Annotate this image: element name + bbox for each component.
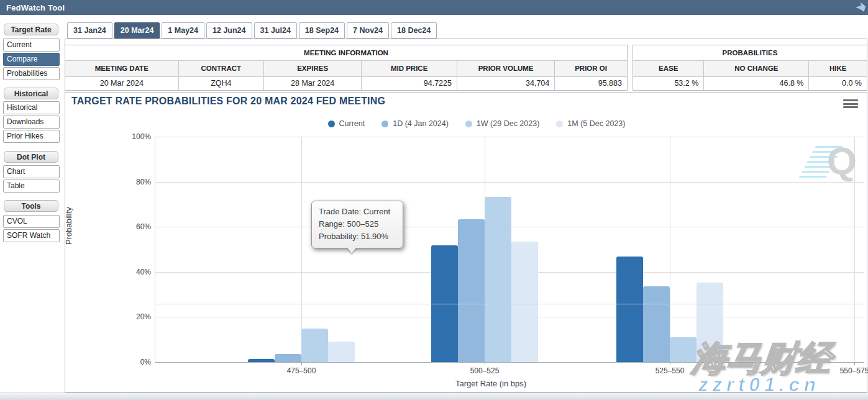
sidebar-item-chart[interactable]: Chart	[3, 165, 60, 178]
meeting-info-value-cell: 20 Mar 2024	[65, 77, 179, 90]
tooltip-trade-date: Trade Date: Current	[319, 206, 396, 218]
bar-1m-5-dec-2023-500-525[interactable]	[511, 242, 538, 362]
tab-31-jul24[interactable]: 31 Jul24	[254, 22, 297, 39]
tab-20-mar24[interactable]: 20 Mar24	[114, 22, 160, 39]
bar-1d-4-jan-2024-525-550[interactable]	[643, 286, 670, 362]
meeting-info-value-cell: 34,704	[457, 77, 555, 90]
legend-label: 1W (29 Dec 2023)	[477, 119, 539, 128]
probabilities-title: PROBABILITIES	[633, 45, 867, 61]
meeting-info-header-cell: MEETING DATE	[65, 61, 179, 76]
bar-current-525-550[interactable]	[616, 257, 643, 362]
x-tick	[485, 362, 485, 365]
fedwatch-app: FedWatch Tool Target Rate Current Compar…	[0, 0, 868, 400]
legend-dot	[328, 120, 335, 127]
probabilities-value-cell: 53.2 %	[633, 77, 704, 90]
y-tick-label: 100%	[126, 132, 151, 141]
sidebar-header-historical[interactable]: Historical	[4, 88, 58, 99]
chart-menu-icon[interactable]	[843, 99, 858, 110]
y-tick-label: 20%	[126, 312, 151, 321]
tab-1-may24[interactable]: 1 May24	[162, 22, 204, 39]
x-tick	[670, 362, 670, 365]
legend-item-current[interactable]: Current	[328, 119, 365, 128]
x-tick-label: 475–500	[273, 366, 329, 375]
chart-legend: Current1D (4 Jan 2024)1W (29 Dec 2023)1M…	[65, 119, 867, 128]
meeting-info-value-row: 20 Mar 2024ZQH428 Mar 202494.722534,7049…	[65, 77, 627, 90]
meeting-info-header-row: MEETING DATECONTRACTEXPIRESMID PRICEPRIO…	[65, 61, 627, 77]
probabilities-value-row: 53.2 %46.8 %0.0 %	[633, 77, 867, 90]
legend-dot	[381, 120, 388, 127]
meeting-info-header-cell: EXPIRES	[264, 61, 362, 76]
chart-tooltip: Trade Date: Current Range: 500–525 Proba…	[311, 201, 403, 248]
sidebar-header-target-rate[interactable]: Target Rate	[4, 24, 58, 35]
y-tick-label: 60%	[126, 222, 151, 231]
h-gridline	[155, 182, 864, 183]
y-tick-label: 0%	[126, 358, 151, 366]
probabilities-value-cell: 0.0 %	[809, 77, 866, 90]
sidebar-header-dot-plot[interactable]: Dot Plot	[4, 151, 58, 163]
bird-icon[interactable]	[856, 2, 866, 12]
legend-item-1w-29-dec-2023[interactable]: 1W (29 Dec 2023)	[465, 119, 539, 128]
bar-1w-29-dec-2023-500-525[interactable]	[485, 197, 511, 362]
sidebar-header-tools[interactable]: Tools	[4, 200, 58, 212]
y-tick-label: 80%	[126, 178, 151, 186]
probabilities-header-cell: HIKE	[809, 61, 866, 76]
meeting-tabs: 31 Jan2420 Mar241 May2412 Jun2431 Jul241…	[67, 22, 437, 39]
crosshair-line	[155, 304, 864, 304]
tab-18-dec24[interactable]: 18 Dec24	[391, 22, 437, 39]
sidebar-item-sofr-watch[interactable]: SOFR Watch	[3, 229, 60, 242]
sidebar-item-downloads[interactable]: Downloads	[3, 116, 60, 129]
app-title: FedWatch Tool	[6, 3, 65, 12]
legend-label: 1M (5 Dec 2023)	[567, 119, 625, 128]
x-tick	[301, 362, 302, 365]
probabilities-value-cell: 46.8 %	[704, 77, 809, 90]
legend-dot	[556, 120, 563, 127]
meeting-info-value-cell: ZQH4	[179, 77, 264, 90]
bar-1d-4-jan-2024-500-525[interactable]	[458, 219, 485, 362]
tab-31-jan24[interactable]: 31 Jan24	[67, 22, 112, 39]
bar-1d-4-jan-2024-475-500[interactable]	[275, 354, 301, 362]
h-gridline	[155, 137, 864, 137]
legend-label: Current	[339, 119, 365, 128]
meeting-info-header-cell: CONTRACT	[179, 61, 264, 76]
probabilities-header-cell: NO CHANGE	[704, 61, 809, 76]
sidebar-item-table[interactable]: Table	[3, 180, 60, 193]
sidebar-item-current[interactable]: Current	[3, 39, 60, 52]
probabilities-header-cell: EASE	[633, 61, 704, 76]
x-axis-title: Target Rate (in bps)	[398, 379, 584, 388]
watermark-url: zzrt01.cn	[698, 374, 820, 396]
v-gridline	[670, 137, 670, 362]
x-tick-label: 500–525	[457, 366, 513, 375]
chart-title: TARGET RATE PROBABILITIES FOR 20 MAR 202…	[71, 96, 385, 107]
x-tick-label: 525–550	[642, 366, 698, 375]
meeting-info-value-cell: 28 Mar 2024	[264, 77, 362, 90]
meeting-info-value-cell: 95,883	[555, 77, 627, 90]
meeting-info-header-cell: PRIOR OI	[555, 61, 627, 76]
y-axis-line	[155, 137, 155, 362]
titlebar: FedWatch Tool	[0, 0, 868, 15]
tab-7-nov24[interactable]: 7 Nov24	[347, 22, 389, 39]
legend-item-1d-4-jan-2024[interactable]: 1D (4 Jan 2024)	[381, 119, 449, 128]
legend-item-1m-5-dec-2023[interactable]: 1M (5 Dec 2023)	[556, 119, 625, 128]
tab-12-jun24[interactable]: 12 Jun24	[206, 22, 252, 39]
meeting-information-table: MEETING INFORMATIONMEETING DATECONTRACTE…	[65, 45, 628, 91]
sidebar-item-prior-hikes[interactable]: Prior Hikes	[3, 130, 60, 143]
sidebar-item-compare[interactable]: Compare	[3, 53, 60, 66]
plot-area	[155, 137, 864, 362]
meeting-info-header-cell: MID PRICE	[362, 61, 457, 76]
bar-1w-29-dec-2023-475-500[interactable]	[301, 329, 328, 362]
y-tick-label: 40%	[126, 268, 151, 276]
meeting-info-value-cell: 94.7225	[362, 77, 457, 90]
tab-18-sep24[interactable]: 18 Sep24	[299, 22, 345, 39]
probabilities-header-row: EASENO CHANGEHIKE	[633, 61, 867, 77]
sidebar-item-cvol[interactable]: CVOL	[3, 215, 60, 228]
tooltip-probability: Probability: 51.90%	[319, 230, 396, 243]
legend-label: 1D (4 Jan 2024)	[393, 119, 449, 128]
legend-dot	[465, 120, 472, 127]
sidebar-item-historical[interactable]: Historical	[3, 101, 60, 114]
quikstrike-q-icon: Q	[810, 141, 857, 184]
sidebar-item-probabilities[interactable]: Probabilities	[3, 67, 60, 80]
meeting-info-header-cell: PRIOR VOLUME	[457, 61, 555, 76]
tooltip-range: Range: 500–525	[319, 218, 396, 230]
bar-1m-5-dec-2023-475-500[interactable]	[328, 342, 355, 362]
bar-current-475-500[interactable]	[248, 359, 275, 362]
